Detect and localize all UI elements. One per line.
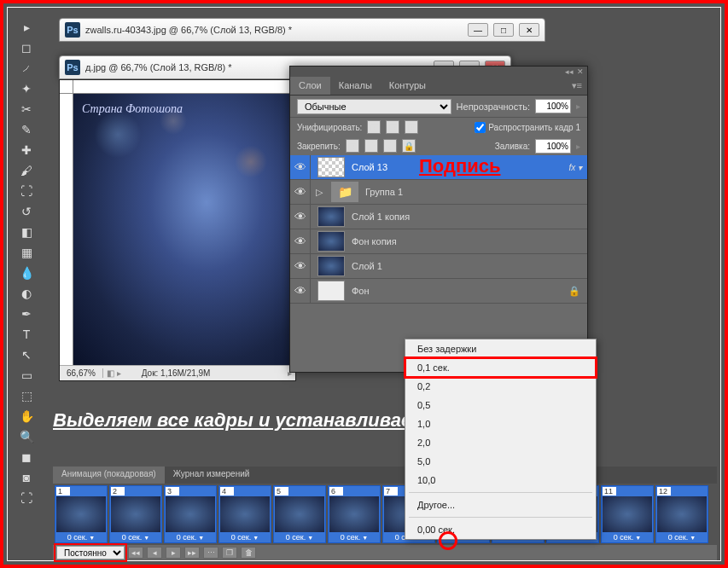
history-brush-icon[interactable]: ↺ bbox=[16, 202, 37, 221]
frame-delay[interactable]: 0 сек.▼ bbox=[603, 533, 652, 542]
brush-tool-icon[interactable]: 🖌 bbox=[16, 161, 37, 180]
delay-caret-icon[interactable]: ▼ bbox=[198, 535, 204, 541]
layer-name[interactable]: Слой 1 копия bbox=[348, 212, 587, 222]
delay-caret-icon[interactable]: ▼ bbox=[307, 535, 313, 541]
propagate-checkbox[interactable] bbox=[475, 122, 486, 133]
move-tool-icon[interactable]: ▸ bbox=[16, 18, 37, 37]
layer-name[interactable]: Слой 13 bbox=[348, 162, 568, 172]
delay-caret-icon[interactable]: ▼ bbox=[253, 535, 259, 541]
lasso-tool-icon[interactable]: ⟋ bbox=[16, 59, 37, 78]
opacity-input[interactable] bbox=[535, 99, 571, 113]
blend-mode-select[interactable]: Обычные bbox=[297, 99, 451, 114]
delay-option-10[interactable]: 1,0 bbox=[405, 414, 596, 433]
new-frame-button[interactable]: ❐ bbox=[222, 547, 237, 559]
3d-tool-icon[interactable]: ⬚ bbox=[16, 386, 37, 405]
close-button[interactable]: ✕ bbox=[519, 23, 539, 37]
animation-frame[interactable]: 40 сек.▼ bbox=[218, 485, 271, 543]
delay-option-20[interactable]: 2,0 bbox=[405, 433, 596, 452]
zoom-value[interactable]: 66,67% bbox=[60, 368, 103, 378]
panel-menu-icon[interactable]: ▾≡ bbox=[567, 77, 587, 95]
delay-caret-icon[interactable]: ▼ bbox=[362, 535, 368, 541]
visibility-icon[interactable]: 👁 bbox=[290, 229, 311, 253]
quickmask-icon[interactable]: ◙ bbox=[16, 468, 37, 487]
layer-name[interactable]: Фон копия bbox=[348, 236, 587, 246]
color-swatch-icon[interactable]: ◼ bbox=[16, 448, 37, 467]
delete-frame-button[interactable]: 🗑 bbox=[241, 547, 256, 559]
delay-option-05[interactable]: 0,5 bbox=[405, 396, 596, 414]
panel-collapse-icon[interactable]: ◂◂ bbox=[565, 67, 574, 76]
play-button[interactable]: ▸ bbox=[166, 547, 181, 559]
panel-close-icon[interactable]: ✕ bbox=[577, 67, 584, 76]
dodge-tool-icon[interactable]: ◐ bbox=[16, 284, 37, 303]
blur-tool-icon[interactable]: 💧 bbox=[16, 264, 37, 282]
layer-row[interactable]: 👁Фон копия bbox=[290, 229, 587, 254]
tab-animation[interactable]: Анимация (покадровая) bbox=[53, 467, 165, 484]
layer-row[interactable]: 👁Слой 1 bbox=[290, 254, 587, 279]
maximize-button[interactable]: □ bbox=[493, 23, 514, 37]
prev-frame-button[interactable]: ◂ bbox=[147, 547, 162, 559]
animation-frame[interactable]: 10 сек.▼ bbox=[55, 485, 108, 543]
visibility-icon[interactable]: 👁 bbox=[290, 155, 311, 179]
frame-delay[interactable]: 0 сек.▼ bbox=[275, 533, 324, 542]
eraser-tool-icon[interactable]: ◧ bbox=[16, 223, 37, 241]
canvas-viewport[interactable]: Страна Фотошопа bbox=[73, 94, 295, 365]
tab-paths[interactable]: Контуры bbox=[381, 77, 434, 95]
tween-button[interactable]: ⋯ bbox=[203, 547, 218, 559]
fx-badge[interactable]: fx ▾ bbox=[568, 163, 587, 172]
delay-option-none[interactable]: Без задержки bbox=[405, 339, 596, 358]
layer-row[interactable]: 👁Слой 1 копия bbox=[290, 205, 587, 229]
pen-tool-icon[interactable]: ✒ bbox=[16, 304, 37, 323]
animation-frame[interactable]: 50 сек.▼ bbox=[273, 485, 326, 543]
type-tool-icon[interactable]: T bbox=[16, 325, 37, 344]
layer-row[interactable]: 👁▷📁Группа 1 bbox=[290, 180, 587, 205]
delay-current[interactable]: 0,00 сек. bbox=[405, 520, 596, 539]
delay-caret-icon[interactable]: ▼ bbox=[635, 535, 641, 541]
unify-visibility-icon[interactable]: ▦ bbox=[386, 120, 399, 134]
opacity-caret-icon[interactable]: ▸ bbox=[576, 101, 580, 111]
layer-name[interactable]: Слой 1 bbox=[348, 261, 587, 271]
animation-frame[interactable]: 120 сек.▼ bbox=[655, 485, 708, 543]
delay-caret-icon[interactable]: ▼ bbox=[690, 535, 696, 541]
delay-option-01[interactable]: 0,1 сек. bbox=[405, 358, 596, 377]
next-frame-button[interactable]: ▸▸ bbox=[184, 547, 200, 559]
unify-style-icon[interactable]: ▦ bbox=[405, 120, 418, 134]
frame-delay[interactable]: 0 сек.▼ bbox=[166, 533, 215, 542]
wand-tool-icon[interactable]: ✦ bbox=[16, 79, 37, 98]
ruler-horizontal[interactable] bbox=[73, 80, 295, 94]
loop-select[interactable]: Постоянно bbox=[56, 546, 125, 559]
screenmode-icon[interactable]: ⛶ bbox=[16, 489, 37, 507]
delay-option-100[interactable]: 10,0 bbox=[405, 471, 596, 490]
layer-name[interactable]: Группа 1 bbox=[362, 187, 587, 197]
fill-caret-icon[interactable]: ▸ bbox=[576, 142, 580, 151]
layer-row[interactable]: 👁Фон🔒 bbox=[290, 279, 587, 304]
minimize-button[interactable]: — bbox=[468, 23, 488, 37]
visibility-icon[interactable]: 👁 bbox=[290, 205, 311, 229]
delay-option-other[interactable]: Другое... bbox=[405, 496, 596, 514]
shape-tool-icon[interactable]: ▭ bbox=[16, 366, 37, 385]
visibility-icon[interactable]: 👁 bbox=[290, 254, 311, 278]
layer-name[interactable]: Фон bbox=[348, 286, 568, 296]
hand-tool-icon[interactable]: ✋ bbox=[16, 407, 37, 426]
fill-input[interactable] bbox=[535, 139, 571, 154]
tab-layers[interactable]: Слои bbox=[290, 77, 330, 95]
delay-option-50[interactable]: 5,0 bbox=[405, 452, 596, 471]
visibility-icon[interactable]: 👁 bbox=[290, 279, 311, 303]
lock-pixels-icon[interactable]: ▦ bbox=[346, 139, 359, 153]
frame-delay[interactable]: 0 сек.▼ bbox=[220, 533, 270, 542]
animation-frame[interactable]: 30 сек.▼ bbox=[164, 485, 217, 543]
lock-paint-icon[interactable]: 🖌 bbox=[364, 139, 378, 153]
first-frame-button[interactable]: ◂◂ bbox=[128, 547, 143, 559]
lock-position-icon[interactable]: ✥ bbox=[383, 139, 397, 153]
stamp-tool-icon[interactable]: ⛶ bbox=[16, 182, 37, 200]
unify-position-icon[interactable]: ▦ bbox=[367, 120, 381, 134]
gradient-tool-icon[interactable]: ▦ bbox=[16, 243, 37, 262]
animation-frame[interactable]: 60 сек.▼ bbox=[328, 485, 381, 543]
lock-all-icon[interactable]: 🔒 bbox=[402, 139, 416, 153]
animation-frame[interactable]: 110 сек.▼ bbox=[601, 485, 654, 543]
zoom-tool-icon[interactable]: 🔍 bbox=[16, 427, 37, 446]
frame-delay[interactable]: 0 сек.▼ bbox=[56, 533, 106, 542]
visibility-icon[interactable]: 👁 bbox=[290, 180, 311, 204]
layer-row[interactable]: 👁Слой 13fx ▾ bbox=[290, 155, 587, 180]
marquee-tool-icon[interactable]: ◻ bbox=[16, 38, 37, 57]
frame-delay[interactable]: 0 сек.▼ bbox=[329, 533, 379, 542]
